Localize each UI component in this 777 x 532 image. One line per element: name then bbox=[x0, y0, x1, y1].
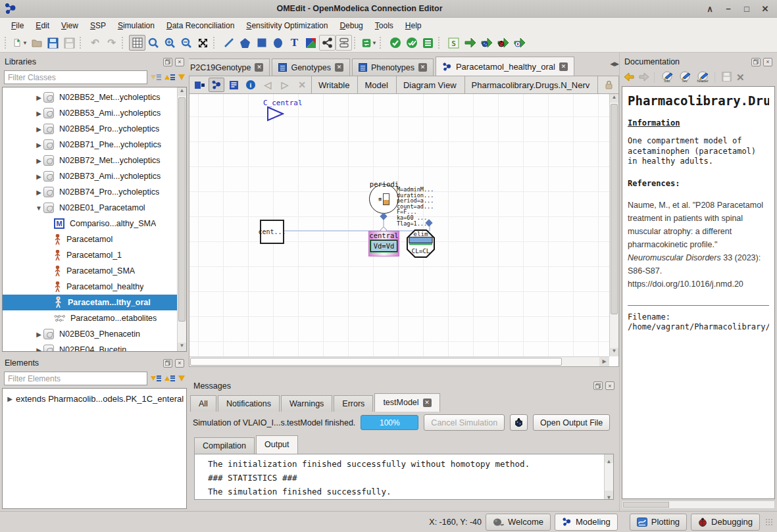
canvas-hscrollbar[interactable]: ▶ bbox=[189, 356, 609, 366]
redo-button[interactable]: ↷ bbox=[103, 35, 120, 51]
expand-icon[interactable]: ▶ bbox=[5, 395, 14, 402]
element-tree-item[interactable]: ▶extends Pharmacolib...odels.PK_1C_enter… bbox=[3, 391, 186, 406]
connector-diamond-icon[interactable] bbox=[380, 212, 387, 220]
doc-cancel-button[interactable]: ✕ bbox=[736, 72, 745, 84]
menu-ssp[interactable]: SSP bbox=[84, 18, 112, 33]
expand-icon[interactable]: ▶ bbox=[34, 94, 43, 101]
component-central-port[interactable]: cent... bbox=[260, 220, 284, 244]
writable-button[interactable]: Writable bbox=[311, 76, 356, 94]
expand-icon[interactable]: ▶ bbox=[34, 141, 43, 149]
algorithmic-debugger-button[interactable] bbox=[510, 414, 528, 431]
expand-icon[interactable]: ▶ bbox=[34, 331, 43, 338]
simulation-setup-button[interactable]: ▼ bbox=[361, 35, 378, 51]
library-tree-item[interactable]: ▶N02BB74_Pro...ycholeptics bbox=[3, 184, 177, 200]
collapse-icon[interactable]: ▼ bbox=[34, 205, 43, 212]
elements-filter-input[interactable] bbox=[4, 372, 147, 385]
menu-view[interactable]: View bbox=[55, 18, 84, 33]
component-periodic-dose[interactable]: ▥ bbox=[369, 184, 399, 214]
output-scrollbar[interactable]: ▲ ▼ bbox=[604, 454, 613, 499]
horizontal-splitter[interactable] bbox=[189, 367, 619, 379]
save-button[interactable] bbox=[45, 35, 61, 51]
tab-phenotypes[interactable]: Phenotypes✕ bbox=[352, 59, 434, 76]
text-view-button[interactable] bbox=[226, 78, 241, 92]
tab-errors[interactable]: Errors bbox=[334, 395, 373, 412]
shade-window-icon[interactable]: ∧ bbox=[702, 4, 718, 14]
menu-simulation[interactable]: Simulation bbox=[112, 18, 161, 33]
documentation-view-button[interactable]: i bbox=[243, 78, 259, 92]
tab-output[interactable]: Output bbox=[256, 435, 298, 454]
menu-tools[interactable]: Tools bbox=[369, 18, 399, 33]
close-window-icon[interactable]: ✕ bbox=[757, 4, 773, 14]
scroll-down-icon[interactable]: ▼ bbox=[610, 348, 618, 356]
view-kind-button[interactable]: Diagram View bbox=[396, 76, 463, 94]
fit-to-diagram-button[interactable] bbox=[195, 35, 211, 51]
libraries-close-icon[interactable]: × bbox=[175, 58, 184, 66]
tab-testmodel[interactable]: testModel✕ bbox=[374, 393, 439, 412]
open-file-button[interactable] bbox=[28, 35, 45, 51]
check-model-button[interactable] bbox=[387, 35, 403, 51]
collapse-all-icon[interactable] bbox=[151, 72, 161, 83]
simulate-transformational-debugger-button[interactable] bbox=[478, 35, 495, 51]
welcome-perspective-button[interactable]: Welcome bbox=[486, 514, 551, 531]
close-tab-icon[interactable]: ✕ bbox=[418, 63, 427, 72]
save-all-button[interactable] bbox=[61, 35, 78, 51]
icon-view-button[interactable] bbox=[191, 78, 207, 92]
library-tree-item[interactable]: ▶N02BB72_Met...ycholeptics bbox=[3, 153, 177, 168]
close-tab-icon[interactable]: ✕ bbox=[255, 63, 263, 72]
simulation-setup-dropdown-icon[interactable]: ▼ bbox=[372, 40, 377, 46]
library-tree-item[interactable]: ▶N02BB71_Phe...ycholeptics bbox=[3, 137, 177, 153]
plotting-perspective-button[interactable]: Plotting bbox=[630, 514, 687, 531]
simulation-setup-s-button[interactable]: S bbox=[445, 35, 462, 51]
expand-icon[interactable]: ▶ bbox=[34, 347, 43, 352]
close-tab-icon[interactable]: ✕ bbox=[423, 399, 432, 407]
tab-compilation[interactable]: Compilation bbox=[194, 437, 255, 454]
ellipse-tool-button[interactable] bbox=[270, 35, 286, 51]
tab-warnings[interactable]: Warnings bbox=[281, 395, 332, 412]
new-model-dropdown-icon[interactable]: ▼ bbox=[22, 40, 28, 46]
library-tree-item[interactable]: Paracetamol bbox=[3, 231, 177, 247]
elements-float-icon[interactable] bbox=[163, 359, 172, 368]
debugging-perspective-button[interactable]: Debugging bbox=[691, 514, 760, 531]
documentation-hscrollbar[interactable] bbox=[622, 500, 775, 509]
breadcrumb[interactable]: Pharmacolibrary.Drugs.N_Nerv bbox=[464, 76, 597, 94]
library-tree-item[interactable]: ▶N02BE03_Phenacetin bbox=[3, 326, 177, 342]
scrollbar-thumb[interactable] bbox=[623, 502, 669, 508]
doc-previous-button[interactable] bbox=[624, 72, 634, 84]
documentation-close-icon[interactable]: × bbox=[763, 58, 772, 66]
transition-mode-button[interactable] bbox=[336, 35, 352, 51]
new-model-button[interactable]: ▼ bbox=[12, 35, 28, 51]
resize-grip[interactable] bbox=[765, 518, 773, 526]
expand-icon[interactable]: ▶ bbox=[34, 189, 43, 196]
menu-help[interactable]: Help bbox=[399, 18, 428, 33]
close-tab-icon[interactable]: ✕ bbox=[559, 62, 568, 71]
component-central[interactable]: central Vd=Vd bbox=[368, 231, 399, 256]
maximize-window-icon[interactable]: □ bbox=[739, 4, 755, 14]
zoom-in-button[interactable] bbox=[162, 35, 178, 51]
scroll-right-icon[interactable]: ▶ bbox=[599, 357, 609, 366]
line-tool-button[interactable] bbox=[220, 35, 237, 51]
libraries-filter-input[interactable] bbox=[4, 70, 147, 84]
bitmap-tool-button[interactable] bbox=[303, 35, 319, 51]
library-tree-item[interactable]: ▶N02BB54_Pro...ycholeptics bbox=[3, 121, 177, 137]
component-elim[interactable]: elim CL=CL bbox=[407, 230, 435, 260]
expand-icon[interactable]: ▶ bbox=[34, 126, 43, 133]
simulate-button[interactable] bbox=[462, 35, 478, 51]
polygon-tool-button[interactable] bbox=[237, 35, 253, 51]
edit-revisions-button[interactable]: rev bbox=[679, 71, 692, 85]
tab-genotypes[interactable]: Genotypes✕ bbox=[272, 59, 349, 76]
diagram-canvas[interactable]: C_central cent... periodi ▥ M=adminM... … bbox=[189, 94, 619, 367]
library-tree-item[interactable]: Paracetamol_SMA bbox=[3, 263, 177, 279]
instantiate-model-button[interactable] bbox=[420, 35, 436, 51]
tab-scroll-icons[interactable]: ◀▶ bbox=[610, 60, 619, 67]
simulation-output[interactable]: The initialization finished successfully… bbox=[194, 454, 614, 500]
minimize-window-icon[interactable]: − bbox=[720, 4, 736, 14]
libraries-tree[interactable]: ▶N02BB52_Met...ycholeptics ▶N02BB53_Ami.… bbox=[2, 87, 187, 352]
scroll-to-active-icon[interactable] bbox=[178, 72, 185, 83]
elements-close-icon[interactable]: × bbox=[175, 359, 184, 368]
cancel-simulation-button[interactable]: Cancel Simulation bbox=[424, 414, 505, 431]
edit-info-button[interactable]: info bbox=[661, 71, 674, 85]
edit-header-button[interactable]: header bbox=[697, 71, 710, 85]
library-tree-item[interactable]: ▶N02BB52_Met...ycholeptics bbox=[3, 89, 177, 105]
library-tree-item[interactable]: ▶N02BE04_Bucetin bbox=[3, 342, 177, 352]
simulate-algorithmic-debugger-button[interactable] bbox=[495, 35, 511, 51]
